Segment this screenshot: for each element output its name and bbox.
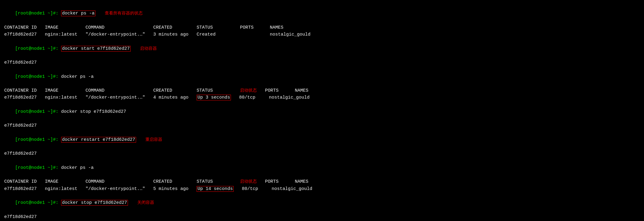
cmd-docker-stop: docker stop e7f18d62ed27 [61,200,128,206]
prompt-1: [root@node1 ~]#: [15,11,61,16]
line-4: [root@node1 ~]#: docker start e7f18d62ed… [4,38,640,59]
annotation-stop: 关闭容器 [130,200,154,205]
annotation-restart: 重启容器 [138,137,162,142]
prompt-6: [root@node1 ~]#: [15,74,61,79]
cmd-9: docker stop e7f18d62ed27 [61,109,126,114]
data-row-3: e7f18d62ed27 nginx:latest "/docker-entry… [4,185,640,192]
prompt-13: [root@node1 ~]#: [15,165,61,170]
data-row-1: e7f18d62ed27 nginx:latest "/docker-entry… [4,31,640,38]
line-9: [root@node1 ~]#: docker stop e7f18d62ed2… [4,101,640,122]
line-17: e7f18d62ed27 [4,213,640,220]
cmd-docker-ps-a-1: docker ps -a [61,11,95,16]
cmd-docker-start: docker start e7f18d62ed27 [61,46,131,52]
cmd-13: docker ps -a [61,165,94,170]
data-row-2: e7f18d62ed27 nginx:latest "/docker-entry… [4,94,640,101]
prompt-11: [root@node1 ~]#: [15,137,61,142]
line-5: e7f18d62ed27 [4,59,640,66]
line-6: [root@node1 ~]#: docker ps -a [4,66,640,87]
line-12: e7f18d62ed27 [4,150,640,157]
header-1: CONTAINER ID IMAGE COMMAND CREATED STATU… [4,24,640,31]
status-up-3: Up 3 seconds [197,95,231,100]
line-11: [root@node1 ~]#: docker restart e7f18d62… [4,129,640,150]
annotation-start: 启动容器 [132,46,157,51]
line-1: [root@node1 ~]#: docker ps -a 查看所有容器的状态 [4,3,640,24]
line-13: [root@node1 ~]#: docker ps -a [4,157,640,178]
status-up-14: Up 14 seconds [197,186,234,192]
cmd-docker-restart: docker restart e7f18d62ed27 [61,137,136,143]
annotation-qidong-2: 启动状态 [240,179,257,184]
prompt-9: [root@node1 ~]#: [15,109,61,114]
annotation-1: 查看所有容器的状态 [97,11,143,16]
annotation-qidong-1: 启动状态 [240,88,257,93]
line-16: [root@node1 ~]#: docker stop e7f18d62ed2… [4,192,640,213]
header-2: CONTAINER ID IMAGE COMMAND CREATED STATU… [4,87,640,94]
line-10: e7f18d62ed27 [4,122,640,129]
terminal: [root@node1 ~]#: docker ps -a 查看所有容器的状态 … [4,3,640,221]
prompt-16: [root@node1 ~]#: [15,200,61,205]
prompt-4: [root@node1 ~]#: [15,46,61,51]
header-3: CONTAINER ID IMAGE COMMAND CREATED STATU… [4,178,640,185]
cmd-6: docker ps -a [61,74,94,79]
